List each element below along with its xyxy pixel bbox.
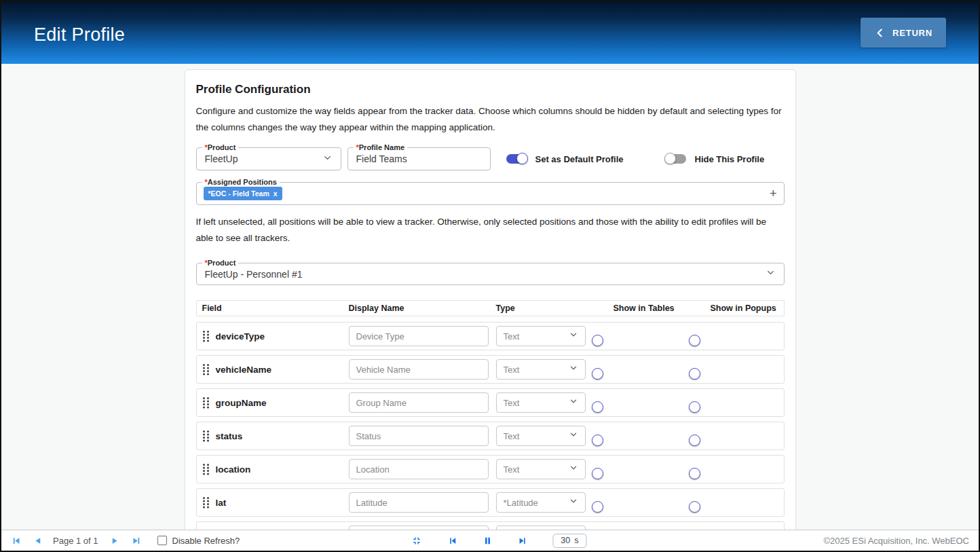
type-select[interactable]: Text xyxy=(496,459,586,479)
set-default-toggle[interactable] xyxy=(506,154,527,164)
drag-handle-icon[interactable] xyxy=(202,397,210,409)
app-window: Edit Profile RETURN Profile Configuratio… xyxy=(0,0,980,552)
drag-handle-icon[interactable] xyxy=(202,463,210,476)
return-button[interactable]: RETURN xyxy=(861,18,946,48)
col-header-field: Field xyxy=(202,303,349,313)
hide-profile-toggle-label: Hide This Profile xyxy=(695,154,765,164)
profile-form-row: *Product FleetUp *Profile Name Set as De… xyxy=(196,147,785,170)
assigned-positions-field: *Assigned Positions *EOC - Field Team x … xyxy=(196,182,785,205)
disable-refresh-label: Disable Refresh? xyxy=(172,536,240,546)
type-value: Text xyxy=(504,365,520,375)
page-indicator: Page 1 of 1 xyxy=(53,536,98,546)
table-row: vehicleName Text xyxy=(196,355,785,384)
refresh-interval-unit: s xyxy=(574,536,578,545)
table-row: deviceType Text xyxy=(196,322,785,350)
display-name-input[interactable] xyxy=(349,326,489,346)
col-header-display-name: Display Name xyxy=(349,303,496,313)
assigned-position-chip[interactable]: *EOC - Field Team x xyxy=(204,187,282,200)
table-row: location Text xyxy=(196,455,785,483)
refresh-controls: 30 s xyxy=(411,530,586,551)
hide-profile-toggle-group: Hide This Profile xyxy=(666,154,765,164)
type-select[interactable]: Text xyxy=(496,326,586,346)
chevron-down-icon xyxy=(569,363,578,375)
display-name-input[interactable] xyxy=(349,359,489,380)
fields-table-header: Field Display Name Type Show in Tables S… xyxy=(196,300,785,316)
col-header-type: Type xyxy=(496,303,602,313)
type-value: Text xyxy=(504,464,520,475)
field-name: location xyxy=(216,464,251,475)
assigned-positions-label: Assigned Positions xyxy=(208,178,277,186)
chevron-down-icon xyxy=(569,397,578,409)
card-description: Configure and customize the way fields a… xyxy=(196,103,785,136)
previous-page-icon[interactable] xyxy=(33,536,43,546)
drag-handle-icon[interactable] xyxy=(202,496,210,509)
pagination: Page 1 of 1 xyxy=(11,536,153,546)
card-title: Profile Configuration xyxy=(196,83,785,96)
fields-table: Field Display Name Type Show in Tables S… xyxy=(196,300,785,552)
page-title: Edit Profile xyxy=(34,24,125,45)
chevron-down-icon xyxy=(322,153,333,166)
product-select[interactable]: *Product FleetUp xyxy=(196,147,341,170)
tracker-product-value: FleetUp - Personnel #1 xyxy=(205,269,303,280)
chevron-down-icon xyxy=(569,430,578,442)
status-bar: Page 1 of 1 Disable Refresh? xyxy=(1,530,979,551)
disable-refresh-checkbox[interactable] xyxy=(157,536,167,545)
profile-name-input[interactable] xyxy=(356,153,482,164)
copyright-text: ©2025 ESi Acquisition, Inc. WebEOC xyxy=(823,536,969,546)
type-value: Text xyxy=(504,331,520,342)
tracker-product-label: Product xyxy=(208,259,236,267)
page-header: Edit Profile RETURN xyxy=(1,1,979,64)
profile-configuration-card: Profile Configuration Configure and cust… xyxy=(185,69,796,552)
chevron-down-icon xyxy=(569,330,578,342)
type-select[interactable]: Text xyxy=(496,426,586,446)
drag-handle-icon[interactable] xyxy=(202,330,210,343)
display-name-input[interactable] xyxy=(349,492,489,513)
field-name: groupName xyxy=(216,398,267,408)
product-label: Product xyxy=(208,143,236,151)
drag-handle-icon[interactable] xyxy=(202,430,210,443)
set-default-toggle-group: Set as Default Profile xyxy=(506,154,624,164)
display-name-input[interactable] xyxy=(349,426,489,446)
tracker-product-select[interactable]: *Product FleetUp - Personnel #1 xyxy=(196,263,785,285)
refresh-interval-value: 30 xyxy=(561,536,570,545)
skip-next-icon[interactable] xyxy=(517,536,527,546)
refresh-interval-input[interactable]: 30 s xyxy=(552,534,586,548)
type-select[interactable]: Text xyxy=(496,359,586,380)
chevron-left-icon xyxy=(874,27,886,39)
field-name: lat xyxy=(216,498,227,508)
profile-name-label: Profile Name xyxy=(359,143,404,151)
disable-refresh-control: Disable Refresh? xyxy=(157,536,240,546)
set-default-toggle-label: Set as Default Profile xyxy=(535,154,624,164)
type-value: Text xyxy=(504,398,520,408)
product-value: FleetUp xyxy=(205,153,238,164)
last-page-icon[interactable] xyxy=(132,536,142,546)
collapse-icon[interactable] xyxy=(411,535,422,547)
pause-icon[interactable] xyxy=(483,536,492,546)
col-header-show-in-tables: Show in Tables xyxy=(602,303,699,313)
type-value: Text xyxy=(504,431,520,441)
profile-name-field: *Profile Name xyxy=(347,147,491,170)
positions-note: If left unselected, all positions will b… xyxy=(196,214,785,246)
first-page-icon[interactable] xyxy=(11,536,21,546)
skip-previous-icon[interactable] xyxy=(447,536,457,546)
fields-table-body: deviceType Text xyxy=(196,322,785,552)
type-value: *Latitude xyxy=(504,498,538,508)
table-row: lat *Latitude xyxy=(196,488,785,517)
col-header-show-in-popups: Show in Popups xyxy=(699,303,784,313)
type-select[interactable]: *Latitude xyxy=(496,492,586,513)
display-name-input[interactable] xyxy=(349,392,489,413)
drag-handle-icon[interactable] xyxy=(202,363,210,376)
add-position-button[interactable]: + xyxy=(770,187,777,200)
display-name-input[interactable] xyxy=(349,459,489,479)
field-name: deviceType xyxy=(216,331,265,342)
chevron-down-icon xyxy=(569,496,578,509)
type-select[interactable]: Text xyxy=(496,392,586,413)
hide-profile-toggle[interactable] xyxy=(666,154,686,164)
chevron-down-icon xyxy=(569,463,578,475)
table-row: status Text xyxy=(196,422,785,450)
chip-remove-icon[interactable]: x xyxy=(274,189,278,198)
chevron-down-icon xyxy=(766,268,776,280)
next-page-icon[interactable] xyxy=(110,536,120,546)
field-name: vehicleName xyxy=(216,365,272,375)
table-row: groupName Text xyxy=(196,388,785,417)
